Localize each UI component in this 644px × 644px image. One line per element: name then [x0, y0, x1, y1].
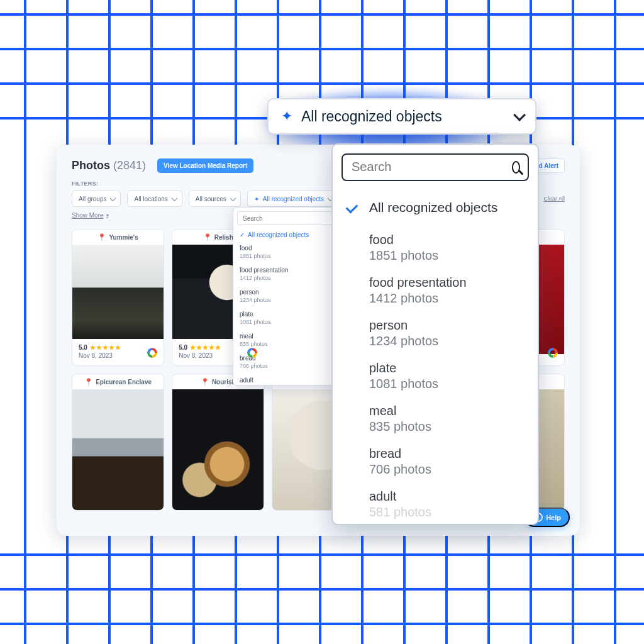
panel-option[interactable]: bread706 photos: [333, 440, 538, 483]
photo-count: (2841): [113, 159, 146, 172]
select-label: All recognized objects: [301, 108, 442, 125]
panel-option-selected[interactable]: All recognized objects: [333, 191, 538, 226]
recognized-objects-panel: All recognized objects food1851 photos f…: [331, 143, 539, 525]
mini-option[interactable]: adult: [233, 373, 348, 385]
filter-recognized-objects[interactable]: ✦All recognized objects: [247, 191, 338, 207]
filter-locations[interactable]: All locations: [127, 191, 182, 207]
card-rating: 5.0★★★★★: [79, 344, 157, 351]
photo-thumbnail: [172, 389, 264, 510]
chevron-down-icon: [513, 109, 526, 121]
panel-search[interactable]: [341, 153, 529, 181]
photo-thumbnail: [72, 245, 164, 339]
photo-card[interactable]: 📍Epicurean Enclave: [72, 374, 164, 511]
photo-card[interactable]: 📍Nourish: [172, 374, 264, 511]
show-more-link[interactable]: Show More ▾: [72, 212, 109, 219]
panel-option[interactable]: meal835 photos: [333, 397, 538, 440]
filter-sources[interactable]: All sources: [189, 191, 241, 207]
panel-option[interactable]: food1851 photos: [333, 226, 538, 269]
panel-option[interactable]: food presentation1412 photos: [333, 269, 538, 312]
star-icon: ★★★★★: [90, 344, 121, 351]
card-location: Nourish: [212, 379, 236, 386]
mini-option[interactable]: person: [233, 285, 348, 297]
star-icon: ★★★★★: [190, 344, 221, 351]
view-media-report-button[interactable]: View Location Media Report: [157, 158, 253, 173]
mini-search[interactable]: ⌕: [237, 211, 344, 225]
photo-thumbnail: [72, 389, 164, 510]
photo-card[interactable]: 📍Yummie's 5.0★★★★★Nov 8, 2023: [72, 229, 164, 366]
sparkle-icon: ✦: [281, 108, 292, 125]
card-location: Yummie's: [109, 234, 138, 241]
filter-groups[interactable]: All groups: [72, 191, 121, 207]
recognized-objects-select[interactable]: ✦ All recognized objects: [267, 98, 536, 135]
pin-icon: 📍: [201, 378, 209, 386]
pin-icon: 📍: [84, 378, 93, 386]
card-location: Epicurean Enclave: [96, 379, 152, 386]
panel-option[interactable]: adult581 photos: [333, 483, 538, 524]
panel-option-list: All recognized objects food1851 photos f…: [333, 187, 538, 524]
card-rating: 5.0★★★★★: [179, 344, 257, 351]
card-location: Relish: [214, 234, 233, 241]
card-date: Nov 8, 2023: [179, 352, 257, 359]
panel-search-input[interactable]: [350, 159, 512, 175]
card-date: Nov 8, 2023: [79, 352, 157, 359]
pin-icon: 📍: [203, 233, 212, 242]
mini-option[interactable]: plate: [233, 307, 348, 319]
pin-icon: 📍: [97, 233, 106, 242]
page-title: Photos (2841): [72, 159, 146, 172]
panel-option[interactable]: plate1081 photos: [333, 355, 538, 397]
clear-all-link[interactable]: Clear All: [543, 196, 565, 202]
google-icon: [548, 348, 558, 358]
panel-option[interactable]: person1234 photos: [333, 312, 538, 355]
mini-search-input[interactable]: [242, 214, 335, 223]
mini-option-selected[interactable]: ✓All recognized objects: [233, 229, 348, 241]
search-icon: [512, 161, 520, 174]
mini-option[interactable]: food: [233, 241, 348, 253]
sparkle-icon: ✦: [254, 196, 259, 203]
mini-option[interactable]: food presentation: [233, 263, 348, 275]
